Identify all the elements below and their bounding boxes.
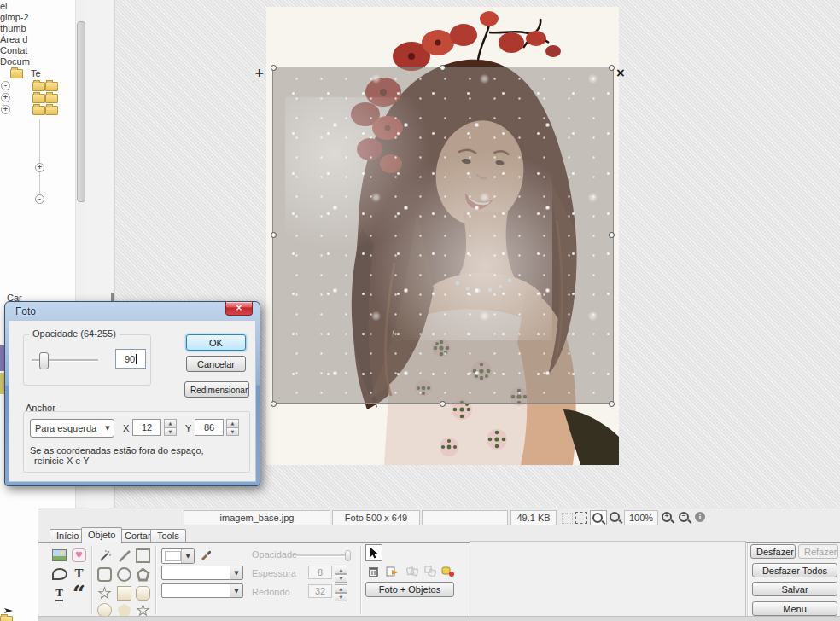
- tree-item[interactable]: Docum: [0, 56, 75, 67]
- rotate-object-icon[interactable]: [422, 563, 438, 579]
- tree-expand-icon[interactable]: +: [1, 105, 10, 114]
- color-well[interactable]: ▼: [161, 548, 195, 564]
- magic-wand-icon[interactable]: [96, 548, 113, 564]
- tree-item[interactable]: _Te: [26, 68, 75, 79]
- star-shape-icon[interactable]: [96, 585, 113, 601]
- folder-icon[interactable]: [32, 106, 45, 115]
- spinner-down-icon[interactable]: ▼: [226, 427, 239, 436]
- thickness-spinner[interactable]: 8 ▲▼: [308, 566, 347, 579]
- x-spinner[interactable]: 12 ▲▼: [132, 419, 177, 436]
- folder-icon[interactable]: [32, 94, 45, 103]
- selection-delete-handle[interactable]: ×: [615, 67, 626, 78]
- opacity-value-input[interactable]: 90: [115, 349, 146, 369]
- x-label: X: [123, 423, 129, 433]
- selection-handle-se[interactable]: [609, 401, 615, 407]
- spinner-down-icon[interactable]: ▼: [164, 427, 177, 436]
- status-filename: imagem_base.jpg: [184, 510, 330, 525]
- merge-object-icon[interactable]: [440, 563, 456, 579]
- cancel-button[interactable]: Cancelar: [186, 356, 246, 372]
- tab-inicio[interactable]: Início: [50, 529, 85, 543]
- magnifier-minus-icon: −: [679, 512, 689, 522]
- spinner-up-icon[interactable]: ▲: [164, 419, 177, 427]
- zoom-tool-button[interactable]: [590, 510, 607, 525]
- zoom-out-button[interactable]: −: [679, 512, 689, 522]
- tab-objeto[interactable]: Objeto: [81, 527, 122, 543]
- insert-shape-mask-icon[interactable]: ♥: [71, 547, 87, 563]
- foto-objetos-button[interactable]: Foto + Objetos: [365, 582, 454, 597]
- selection-add-handle[interactable]: +: [254, 67, 265, 78]
- tree-item[interactable]: Contat: [0, 45, 75, 56]
- star-overlay-object[interactable]: [273, 67, 613, 403]
- tree-collapse-icon[interactable]: -: [35, 194, 44, 204]
- eyedropper-icon[interactable]: [197, 547, 213, 563]
- tab-tools[interactable]: Tools: [150, 529, 186, 543]
- tree-item[interactable]: Área d: [0, 34, 75, 45]
- transform-icon[interactable]: [575, 512, 587, 524]
- save-button[interactable]: Salvar: [752, 582, 837, 596]
- resize-button[interactable]: Redimensionar: [184, 381, 249, 398]
- folder-icon[interactable]: [32, 82, 45, 91]
- delete-object-icon[interactable]: [365, 563, 382, 579]
- filled-rounded-square-shape-icon[interactable]: [135, 585, 151, 601]
- spinner-up-icon[interactable]: ▲: [226, 419, 239, 427]
- opacity-dialog-slider[interactable]: [32, 359, 98, 362]
- undo-button[interactable]: Desfazer: [750, 544, 796, 559]
- tree-expand-icon[interactable]: +: [1, 93, 10, 102]
- close-icon[interactable]: ×: [225, 302, 253, 316]
- spinner-up-icon[interactable]: ▲: [335, 584, 347, 593]
- circle-shape-icon[interactable]: [116, 566, 132, 583]
- opacity-slider-thumb[interactable]: [345, 550, 351, 561]
- zoom-in-button[interactable]: +: [662, 512, 672, 522]
- pentagon-shape-icon[interactable]: [135, 566, 151, 583]
- round-spinner[interactable]: 32 ▲▼: [308, 584, 347, 598]
- tree-item[interactable]: gimp-2: [0, 12, 75, 23]
- spinner-up-icon[interactable]: ▲: [335, 566, 347, 574]
- zoom-fit-button[interactable]: [610, 512, 620, 522]
- tree-item[interactable]: thumb: [0, 23, 75, 34]
- info-button[interactable]: i: [695, 512, 705, 522]
- ok-button[interactable]: OK: [186, 334, 246, 351]
- selection-handle-s[interactable]: [440, 401, 446, 407]
- menu-button[interactable]: Menu: [752, 601, 837, 616]
- opacity-slider[interactable]: [296, 554, 350, 557]
- dialog-title: Foto: [15, 305, 36, 317]
- select-cursor-button[interactable]: [365, 544, 382, 561]
- redo-button[interactable]: Refazer: [798, 544, 838, 559]
- filled-square-shape-icon[interactable]: [116, 585, 132, 601]
- selection-handle-sw[interactable]: [271, 401, 277, 407]
- flip-object-icon[interactable]: [404, 563, 420, 579]
- text-anchor-icon[interactable]: T: [51, 585, 67, 601]
- selection-mode-icon[interactable]: [562, 513, 573, 524]
- spinner-down-icon[interactable]: ▼: [335, 574, 347, 583]
- folder-icon[interactable]: [45, 82, 58, 91]
- texture-dropdown[interactable]: ▼: [161, 583, 243, 598]
- magnifier-icon: [592, 513, 603, 523]
- folder-icon[interactable]: [45, 106, 58, 115]
- selection-handle-e[interactable]: [609, 232, 615, 238]
- selection-handle-n[interactable]: [440, 65, 446, 71]
- y-spinner[interactable]: 86 ▲▼: [195, 419, 239, 436]
- undo-all-button[interactable]: Desfazer Todos: [752, 563, 837, 577]
- tree-collapse-icon[interactable]: -: [1, 81, 10, 90]
- insert-image-icon[interactable]: [51, 547, 67, 563]
- selection-handle-ne[interactable]: [609, 65, 615, 71]
- folder-icon: [0, 616, 13, 621]
- tree-item[interactable]: el: [0, 1, 75, 12]
- y-label: Y: [185, 423, 191, 433]
- spinner-down-icon[interactable]: ▼: [335, 593, 347, 601]
- tree-expand-icon[interactable]: +: [35, 163, 44, 172]
- selection-handle-nw[interactable]: [271, 65, 277, 71]
- speech-bubble-icon[interactable]: [51, 566, 67, 582]
- square-shape-icon[interactable]: [135, 548, 151, 564]
- opacity-dialog-slider-thumb[interactable]: [39, 352, 49, 369]
- line-shape-icon[interactable]: [116, 548, 132, 564]
- photo-canvas[interactable]: [266, 7, 619, 465]
- folder-icon[interactable]: [45, 94, 58, 103]
- pattern-dropdown[interactable]: ▼: [161, 566, 243, 580]
- selection-handle-w[interactable]: [271, 232, 277, 238]
- toolbar-divider: [155, 546, 157, 614]
- rounded-square-shape-icon[interactable]: [96, 566, 113, 583]
- anchor-dropdown[interactable]: Para esquerda ▼: [30, 419, 114, 438]
- quote-tool-icon[interactable]: “: [71, 585, 87, 601]
- export-object-icon[interactable]: [384, 563, 400, 579]
